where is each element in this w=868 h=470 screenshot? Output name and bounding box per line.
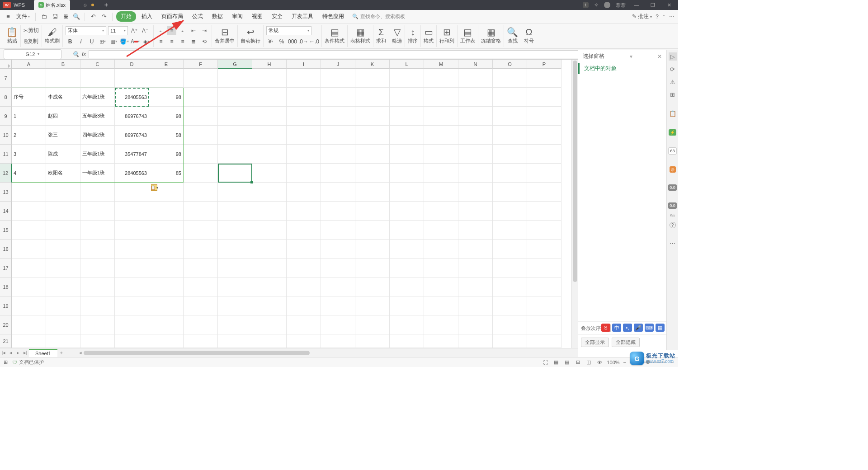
hamburger-icon[interactable]: ≡ <box>4 12 13 21</box>
align-right-icon[interactable]: ≡ <box>178 37 187 46</box>
select-all-corner[interactable] <box>0 60 12 69</box>
side-help-icon[interactable]: ? <box>670 222 676 228</box>
thousands-icon[interactable]: 000 <box>288 37 297 46</box>
tab-pin-icon[interactable]: ⎋ <box>84 2 87 8</box>
side-clipboard-icon[interactable]: 📋 <box>669 109 677 118</box>
skin-icon[interactable]: ✧ <box>594 2 599 8</box>
dec-dec-icon[interactable]: ←.0 <box>310 37 319 46</box>
currency-icon[interactable]: ¥▾ <box>266 37 275 46</box>
zoom-out-button[interactable]: − <box>623 360 626 365</box>
command-search[interactable]: 🔍 查找命令、搜索模板 <box>352 13 405 20</box>
tab-data[interactable]: 数据 <box>208 11 226 22</box>
open-icon[interactable]: 🗀 <box>39 12 48 21</box>
sheet-tab[interactable]: Sheet1 <box>29 349 57 357</box>
paste-icon[interactable]: 📋 <box>6 28 18 37</box>
decrease-font-icon[interactable]: A⁻ <box>141 26 150 35</box>
view-break-icon[interactable]: ⊟ <box>574 359 581 366</box>
sheet-next-button[interactable]: ▸ <box>14 350 22 356</box>
tab-special[interactable]: 特色应用 <box>319 11 348 22</box>
tab-page-layout[interactable]: 页面布局 <box>158 11 187 22</box>
help-icon[interactable]: ? <box>656 14 659 20</box>
fullscreen-icon[interactable]: ⛶ <box>542 359 549 366</box>
table-style-icon[interactable]: ▦ <box>356 28 365 37</box>
side-grid-icon[interactable]: ⊞ <box>669 90 677 99</box>
tab-insert[interactable]: 插入 <box>138 11 156 22</box>
column-headers[interactable]: A B C D E F G H I J K L M N O P <box>12 60 561 69</box>
zoom-cell-icon[interactable]: 🔍 <box>72 51 79 57</box>
minimize-button[interactable]: — <box>631 0 642 9</box>
cond-format-icon[interactable]: ▤ <box>330 28 339 37</box>
clear-format-button[interactable]: ◈▾ <box>142 37 151 46</box>
save-icon[interactable]: 🖫 <box>50 12 59 21</box>
tab-start[interactable]: 开始 <box>116 11 136 22</box>
indent-dec-icon[interactable]: ⇤ <box>189 26 198 35</box>
border-button[interactable]: ⊞▾ <box>98 37 107 46</box>
filter-icon[interactable]: ▽ <box>394 28 401 37</box>
tab-formula[interactable]: 公式 <box>189 11 207 22</box>
wrap-icon[interactable]: ↩ <box>247 28 255 37</box>
undo-icon[interactable]: ↶ <box>89 12 98 21</box>
align-left-icon[interactable]: ≡ <box>156 37 165 46</box>
cut-button[interactable]: ✂ 剪切 <box>24 26 39 35</box>
ime-logo-icon[interactable]: S <box>601 324 610 332</box>
ime-punct-icon[interactable]: •, <box>623 324 632 332</box>
orientation-icon[interactable]: ⟲ <box>200 37 209 46</box>
eye-icon[interactable]: 👁 <box>596 359 603 366</box>
side-refresh-icon[interactable]: ⟳ <box>669 65 677 73</box>
panel-menu-icon[interactable]: ▾ <box>630 53 632 60</box>
close-button[interactable]: ✕ <box>664 0 675 9</box>
number-format-select[interactable]: 常规▾ <box>266 26 311 35</box>
sheet-first-button[interactable]: |◂ <box>0 350 7 356</box>
add-sheet-button[interactable]: ＋ <box>57 349 66 356</box>
sheet-last-button[interactable]: ▸| <box>22 350 29 356</box>
file-menu[interactable]: 文件▾ <box>14 13 32 20</box>
rowcol-icon[interactable]: ⊞ <box>443 28 451 37</box>
document-tab[interactable]: S 姓名.xlsx <box>34 0 70 10</box>
align-justify-icon[interactable]: ≣ <box>189 37 198 46</box>
font-family-select[interactable]: 宋体▾ <box>66 26 106 35</box>
redo-icon[interactable]: ↷ <box>99 12 108 21</box>
dec-inc-icon[interactable]: .0→ <box>299 37 308 46</box>
merge-icon[interactable]: ⊟ <box>221 28 229 37</box>
symbol-icon[interactable]: Ω <box>526 28 533 37</box>
format-icon[interactable]: ▭ <box>425 28 433 37</box>
print-icon[interactable]: 🖶 <box>61 12 70 21</box>
new-tab-button[interactable]: ＋ <box>103 1 109 9</box>
notif-badge[interactable]: 1 <box>583 2 589 8</box>
name-box[interactable]: G12▾ <box>4 49 61 59</box>
sheet-prev-button[interactable]: ◂ <box>7 350 14 356</box>
cell-style-button[interactable]: ▦▾ <box>109 37 118 46</box>
side-select-icon[interactable]: ▷ <box>669 52 677 61</box>
tab-review[interactable]: 审阅 <box>228 11 246 22</box>
sort-icon[interactable]: ↕ <box>410 28 415 37</box>
find-icon[interactable]: 🔍 <box>507 28 518 37</box>
underline-button[interactable]: U <box>87 37 96 46</box>
ribbon-collapse-icon[interactable]: ⌃ <box>662 14 665 19</box>
hide-all-button[interactable]: 全部隐藏 <box>612 338 640 347</box>
ime-keyboard-icon[interactable]: ⌨ <box>645 324 654 332</box>
ime-toolbar[interactable]: S 中 •, 🎤 ⌨ ▦ <box>601 324 665 332</box>
ime-mic-icon[interactable]: 🎤 <box>634 324 643 332</box>
tab-security[interactable]: 安全 <box>268 11 286 22</box>
side-warn-icon[interactable]: ⚠ <box>669 78 677 86</box>
tab-devtools[interactable]: 开发工具 <box>288 11 317 22</box>
font-size-select[interactable]: 11▾ <box>108 26 128 35</box>
percent-icon[interactable]: % <box>277 37 286 46</box>
sum-icon[interactable]: Σ <box>378 28 384 37</box>
font-color-button[interactable]: A▾ <box>131 37 140 46</box>
comment-button[interactable]: ✎ 批注 ▾ <box>632 13 652 20</box>
align-bottom-icon[interactable]: ⫠ <box>178 26 187 35</box>
format-painter-icon[interactable]: 🖌 <box>48 28 57 37</box>
fill-color-button[interactable]: 🪣▾ <box>120 37 129 46</box>
bold-button[interactable]: B <box>66 37 75 46</box>
copy-button[interactable]: ⎘ 复制 <box>24 37 39 46</box>
italic-button[interactable]: I <box>76 37 85 46</box>
view-page-icon[interactable]: ▤ <box>563 359 571 366</box>
ime-lang-button[interactable]: 中 <box>612 324 621 332</box>
more-icon[interactable]: ⋯ <box>669 14 675 20</box>
cell-grid[interactable]: 序号李成名六年级1班2840556398 1赵四五年级3班8697674398 … <box>12 69 561 348</box>
side-more-icon[interactable]: ⋯ <box>669 239 677 247</box>
horizontal-scrollbar[interactable]: ◂ <box>79 350 578 356</box>
freeze-icon[interactable]: ▦ <box>487 28 495 37</box>
increase-font-icon[interactable]: A⁺ <box>130 26 139 35</box>
